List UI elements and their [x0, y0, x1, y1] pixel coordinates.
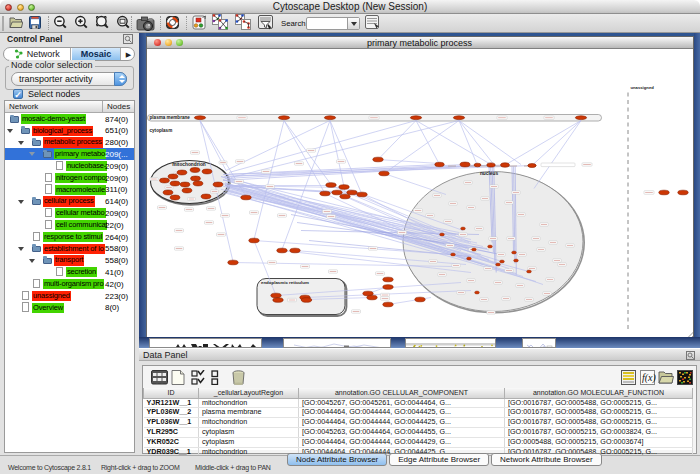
svg-text:plasma membrane: plasma membrane: [149, 115, 190, 120]
svg-text:endoplasmic reticulum: endoplasmic reticulum: [261, 280, 309, 285]
svg-text:mitochondrion: mitochondrion: [172, 162, 206, 167]
svg-text:f(x): f(x): [642, 372, 656, 384]
svg-text:cytoplasm: cytoplasm: [149, 128, 172, 133]
svg-text:unassigned: unassigned: [630, 85, 654, 90]
svg-text:nucleus: nucleus: [479, 171, 497, 176]
